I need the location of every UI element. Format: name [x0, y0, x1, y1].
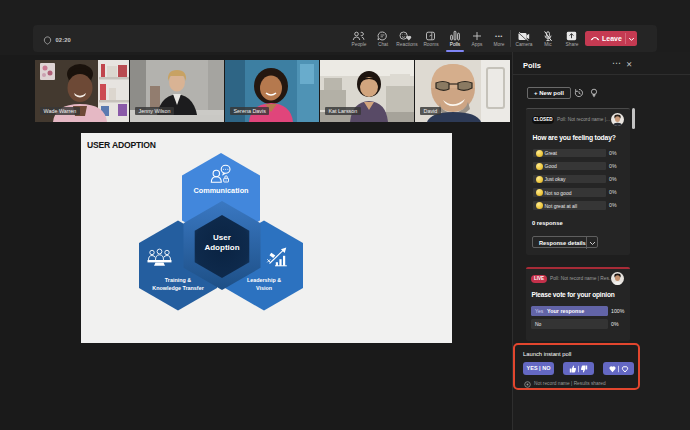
svg-text:Leadership &: Leadership &: [247, 277, 281, 283]
svg-text:Vision: Vision: [256, 285, 272, 291]
svg-text:Training &: Training &: [165, 277, 191, 283]
svg-text:User: User: [213, 233, 231, 242]
svg-text:Knowledge Transfer: Knowledge Transfer: [152, 285, 204, 291]
svg-text:Adoption: Adoption: [204, 243, 239, 252]
svg-text:Communication: Communication: [193, 186, 248, 195]
